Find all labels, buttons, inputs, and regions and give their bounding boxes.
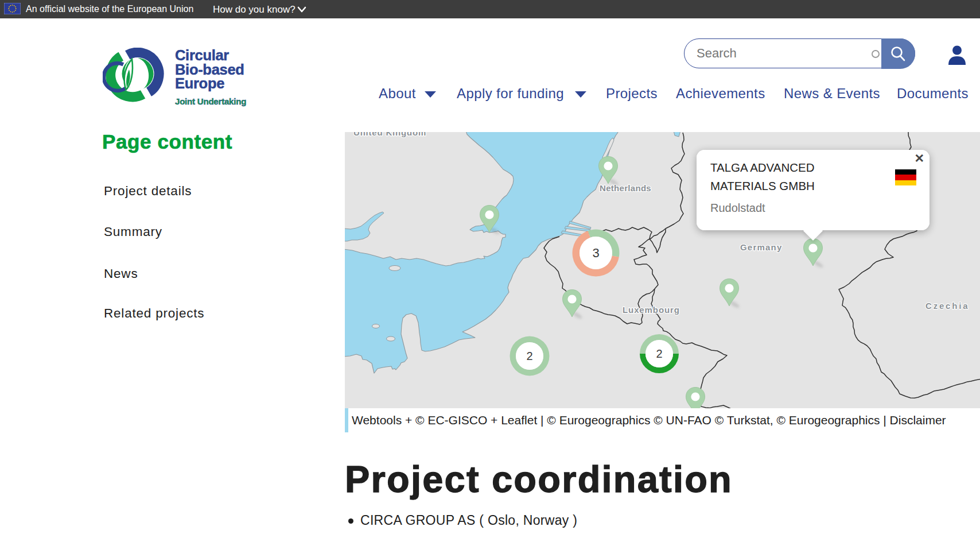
svg-text:Czechia: Czechia bbox=[925, 301, 969, 311]
svg-text:Germany: Germany bbox=[740, 242, 782, 252]
svg-text:Luxembourg: Luxembourg bbox=[623, 305, 680, 315]
svg-text:2: 2 bbox=[656, 347, 662, 360]
svg-text:Netherlands: Netherlands bbox=[600, 183, 651, 193]
svg-text:3: 3 bbox=[592, 246, 599, 260]
svg-text:2: 2 bbox=[526, 350, 532, 362]
svg-text:United Kingdom: United Kingdom bbox=[353, 132, 426, 137]
